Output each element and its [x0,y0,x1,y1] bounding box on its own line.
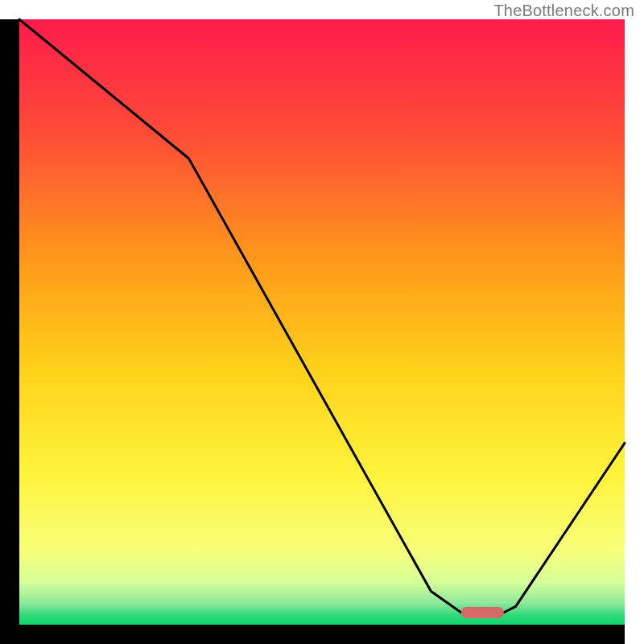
x-axis-bar [0,625,625,644]
bottleneck-chart: TheBottleneck.com [0,0,644,644]
watermark-text: TheBottleneck.com [493,2,634,20]
y-axis-bar [0,19,19,644]
plot-background [19,19,625,625]
chart-svg [0,0,644,644]
optimal-marker [461,607,504,618]
